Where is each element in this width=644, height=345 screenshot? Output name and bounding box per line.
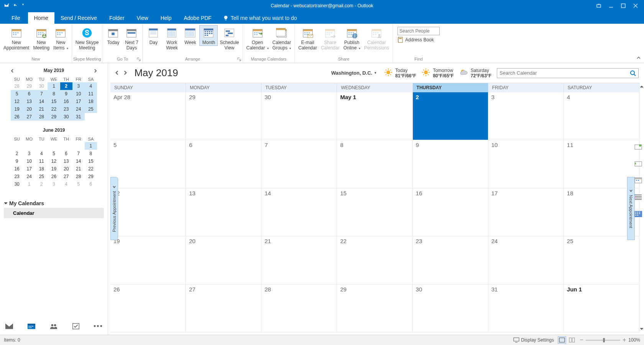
- mini-day[interactable]: 30: [11, 180, 23, 188]
- nav-tasks-icon[interactable]: [71, 322, 80, 331]
- cal-day-cell[interactable]: 2: [413, 92, 488, 140]
- cal-day-cell[interactable]: Apr 28: [110, 92, 186, 140]
- cal-day-cell[interactable]: 31: [488, 285, 564, 332]
- newskype-meeting-button[interactable]: New SkypeMeeting: [74, 25, 101, 51]
- tab-view[interactable]: View: [131, 12, 154, 24]
- schedule-view-button[interactable]: ScheduleView: [218, 25, 241, 51]
- view-reading-icon[interactable]: [568, 336, 576, 344]
- cal-day-cell[interactable]: 16: [413, 188, 488, 236]
- cal-day-cell[interactable]: 3: [488, 92, 564, 140]
- cal-day-cell[interactable]: 23: [413, 236, 488, 284]
- mini-day[interactable]: 17: [72, 98, 85, 105]
- mini-day[interactable]: 8: [85, 150, 97, 157]
- mini-day[interactable]: 20: [23, 105, 35, 113]
- view-normal-icon[interactable]: [558, 336, 566, 344]
- maximize-icon[interactable]: [618, 2, 629, 10]
- dialog-launcher-icon[interactable]: [137, 57, 141, 61]
- ribbon-collapse-icon[interactable]: [636, 55, 642, 61]
- new-appointment-button[interactable]: NewAppointment: [2, 25, 31, 51]
- mini-day[interactable]: 10: [23, 157, 35, 165]
- mini-day[interactable]: 1: [85, 142, 97, 150]
- calendar-groups-button[interactable]: CalendarGroups ▾: [271, 25, 293, 51]
- cal-day-cell[interactable]: 17: [488, 188, 564, 236]
- mini-day[interactable]: 28: [11, 82, 23, 90]
- day-button[interactable]: Day: [144, 25, 163, 46]
- search-calendar[interactable]: [497, 68, 639, 78]
- cal-day-cell[interactable]: 27: [186, 285, 261, 332]
- mini-day[interactable]: 9: [60, 90, 72, 98]
- cal-day-cell[interactable]: 25: [564, 236, 639, 284]
- mini-day[interactable]: 3: [23, 150, 35, 157]
- mini-day[interactable]: 2: [35, 180, 48, 188]
- qat-customize-icon[interactable]: ▾: [22, 3, 24, 9]
- zoom-out-icon[interactable]: −: [580, 337, 583, 343]
- cal-day-cell[interactable]: 13: [186, 188, 261, 236]
- mini-day[interactable]: 13: [60, 157, 72, 165]
- cal-day-cell[interactable]: 21: [261, 236, 337, 284]
- mini-day[interactable]: 5: [72, 180, 85, 188]
- mini-day[interactable]: 26: [11, 113, 23, 121]
- minimize-icon[interactable]: [606, 2, 616, 10]
- mini-next-icon[interactable]: [92, 68, 99, 74]
- nav-calendar-icon[interactable]: [27, 322, 36, 331]
- mini-day[interactable]: 15: [48, 98, 60, 105]
- open-calendar-button[interactable]: OpenCalendar ▾: [245, 25, 271, 51]
- cal-day-cell[interactable]: 30: [413, 285, 488, 332]
- mini-day[interactable]: 6: [85, 180, 97, 188]
- display-settings-button[interactable]: Display Settings: [513, 337, 554, 343]
- mini-day[interactable]: 23: [60, 105, 72, 113]
- mini-day[interactable]: 4: [60, 180, 72, 188]
- search-calendar-input[interactable]: [499, 70, 630, 76]
- mini-day[interactable]: 2: [60, 82, 72, 90]
- close-icon[interactable]: [630, 2, 641, 10]
- mini-day[interactable]: 21: [35, 105, 48, 113]
- mini-day[interactable]: 10: [72, 90, 85, 98]
- tab-sendreceive[interactable]: Send / Receive: [54, 12, 103, 24]
- mini-day[interactable]: 25: [85, 105, 97, 113]
- e-mail-calendar-button[interactable]: E-mailCalendar: [296, 25, 319, 51]
- cal-day-cell[interactable]: 30: [261, 92, 337, 140]
- mini-day[interactable]: 1: [48, 82, 60, 90]
- zoom-in-icon[interactable]: +: [623, 337, 626, 343]
- nav-more-icon[interactable]: •••: [94, 322, 103, 330]
- weather-day[interactable]: Tomorrow80°F/65°F: [421, 68, 453, 78]
- qat-undo-icon[interactable]: [13, 3, 18, 9]
- ribbon-options-icon[interactable]: [593, 2, 604, 10]
- cal-day-cell[interactable]: 28: [261, 285, 337, 332]
- tab-folder[interactable]: Folder: [103, 12, 131, 24]
- cal-day-cell[interactable]: 29: [186, 92, 261, 140]
- mini-day[interactable]: 19: [48, 165, 60, 173]
- mini-day[interactable]: 22: [48, 105, 60, 113]
- peek-day-icon[interactable]: [634, 144, 642, 150]
- cal-day-cell[interactable]: 7: [261, 140, 337, 188]
- month-button[interactable]: Month: [199, 25, 218, 46]
- mini-day[interactable]: 12: [48, 157, 60, 165]
- peek-week-icon[interactable]: [634, 177, 642, 183]
- share-calendar-button[interactable]: ShareCalendar: [319, 25, 342, 51]
- mini-day[interactable]: 29: [85, 173, 97, 180]
- cal-day-cell[interactable]: 9: [413, 140, 488, 188]
- new-items-button[interactable]: NewItems ▾: [51, 25, 70, 51]
- zoom-slider[interactable]: [586, 340, 620, 341]
- mini-day[interactable]: 22: [85, 165, 97, 173]
- mini-day[interactable]: 4: [35, 150, 48, 157]
- next7-days-button[interactable]: Next 7Days: [122, 25, 141, 51]
- qat-send-receive-icon[interactable]: [4, 3, 9, 9]
- cal-day-cell[interactable]: 24: [488, 236, 564, 284]
- cal-day-cell[interactable]: 26: [110, 285, 186, 332]
- mini-day[interactable]: 26: [48, 173, 60, 180]
- cal-next-icon[interactable]: [122, 69, 129, 76]
- cal-day-cell[interactable]: May 1: [337, 92, 412, 140]
- calendar-list-item[interactable]: Calendar: [4, 208, 104, 218]
- mini-day[interactable]: 20: [60, 165, 72, 173]
- mini-day[interactable]: 25: [35, 173, 48, 180]
- peek-schedule-icon[interactable]: [634, 211, 642, 217]
- cal-day-cell[interactable]: 8: [337, 140, 412, 188]
- cal-day-cell[interactable]: 12: [110, 188, 186, 236]
- my-calendars-header[interactable]: My Calendars: [4, 199, 104, 208]
- mini-day[interactable]: 5: [48, 150, 60, 157]
- cal-day-cell[interactable]: 4: [564, 92, 639, 140]
- publish-online-button[interactable]: PublishOnline ▾: [342, 25, 362, 51]
- weather-location[interactable]: Washington, D.C. ▼: [331, 70, 377, 76]
- mini-day[interactable]: 30: [35, 82, 48, 90]
